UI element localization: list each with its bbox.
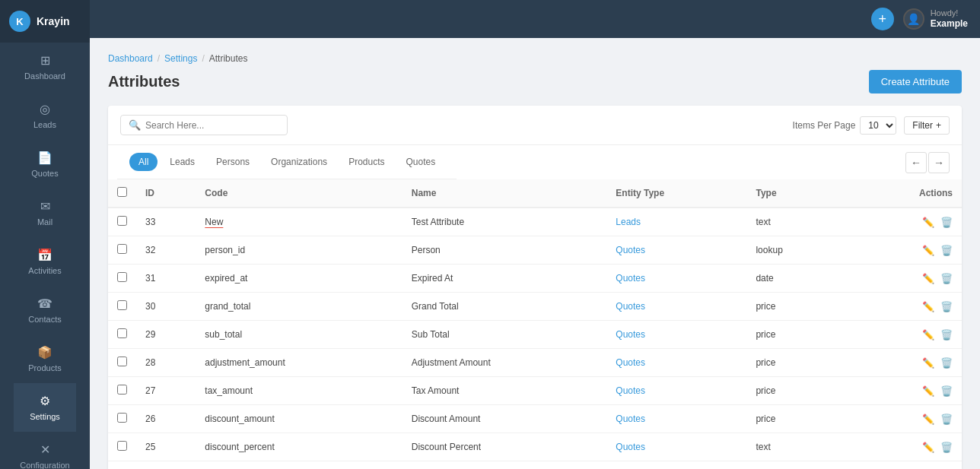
td-actions: ✏️ 🗑️: [853, 265, 962, 293]
th-type: Type: [746, 179, 853, 208]
table-row: 30 grand_total Grand Total Quotes price …: [108, 293, 962, 321]
sidebar-item-products[interactable]: 📦 Products: [14, 334, 75, 383]
search-box: 🔍: [120, 115, 288, 135]
th-id: ID: [136, 179, 196, 208]
td-type: price: [746, 405, 853, 433]
delete-icon[interactable]: 🗑️: [940, 273, 953, 284]
row-checkbox[interactable]: [117, 300, 127, 310]
edit-icon[interactable]: ✏️: [922, 217, 934, 228]
pagination-prev[interactable]: ←: [905, 152, 927, 173]
tab-leads[interactable]: Leads: [161, 153, 204, 171]
td-entity-type: Quotes: [606, 405, 746, 433]
row-checkbox[interactable]: [117, 328, 127, 338]
sidebar-item-mail[interactable]: ✉ Mail: [14, 189, 75, 237]
tab-quotes[interactable]: Quotes: [396, 153, 444, 171]
row-checkbox[interactable]: [117, 272, 127, 282]
sidebar-label-leads: Leads: [33, 120, 56, 129]
row-checkbox[interactable]: [117, 357, 127, 366]
breadcrumb-dashboard[interactable]: Dashboard: [108, 53, 153, 64]
tab-all[interactable]: All: [129, 153, 158, 171]
tabs-row: AllLeadsPersonsOrganizationsProductsQuot…: [108, 145, 962, 179]
breadcrumb-sep-1: /: [158, 53, 160, 64]
contacts-icon: ☎: [37, 296, 52, 311]
delete-icon[interactable]: 🗑️: [940, 442, 953, 453]
sidebar-item-contacts[interactable]: ☎ Contacts: [14, 286, 75, 334]
td-code: discount_amount: [196, 405, 402, 433]
sidebar-label-activities: Activities: [28, 266, 61, 275]
tab-organizations[interactable]: Organizations: [262, 153, 336, 171]
sidebar-item-activities[interactable]: 📅 Activities: [14, 237, 75, 286]
activities-icon: 📅: [37, 248, 52, 262]
edit-icon[interactable]: ✏️: [922, 273, 934, 284]
sidebar-item-configuration[interactable]: ✕ Configuration: [14, 432, 75, 469]
items-per-page-label: Items Per Page: [793, 120, 856, 131]
edit-icon[interactable]: ✏️: [922, 385, 934, 397]
td-id: 31: [136, 265, 196, 293]
sidebar-item-quotes[interactable]: 📄 Quotes: [14, 140, 75, 189]
td-id: 26: [136, 405, 196, 433]
delete-icon[interactable]: 🗑️: [940, 357, 953, 369]
code-value: adjustment_amount: [205, 357, 285, 368]
delete-icon[interactable]: 🗑️: [940, 301, 953, 312]
create-attribute-button[interactable]: Create Attribute: [869, 70, 962, 93]
td-actions: ✏️ 🗑️: [853, 461, 962, 470]
row-checkbox[interactable]: [117, 385, 127, 395]
delete-icon[interactable]: 🗑️: [940, 414, 953, 425]
sidebar-item-dashboard[interactable]: ⊞ Dashboard: [14, 43, 75, 91]
td-code: sub_total: [196, 321, 402, 349]
td-name: Tax Amount: [402, 377, 607, 405]
row-checkbox[interactable]: [117, 441, 127, 451]
td-checkbox: [108, 208, 136, 236]
table-row: 31 expired_at Expired At Quotes date ✏️ …: [108, 265, 962, 293]
delete-icon[interactable]: 🗑️: [940, 245, 953, 256]
td-id: 33: [136, 208, 196, 236]
items-per-page-select[interactable]: 10 25 50: [860, 116, 896, 135]
delete-icon[interactable]: 🗑️: [940, 217, 953, 228]
delete-icon[interactable]: 🗑️: [940, 329, 953, 341]
mail-icon: ✉: [40, 199, 50, 214]
td-checkbox: [108, 293, 136, 321]
tab-products[interactable]: Products: [339, 153, 393, 171]
td-actions: ✏️ 🗑️: [853, 321, 962, 349]
td-name: Discount Percent: [402, 433, 607, 461]
th-checkbox: [108, 179, 136, 208]
content-card: 🔍 Items Per Page 10 25 50 Filter: [108, 106, 962, 469]
td-name: Grand Total: [402, 293, 607, 321]
filter-button[interactable]: Filter +: [904, 116, 950, 135]
search-icon: 🔍: [129, 119, 141, 131]
sidebar-item-settings[interactable]: ⚙ Settings: [14, 383, 75, 432]
sidebar-item-leads[interactable]: ◎ Leads: [14, 91, 75, 140]
filter-tabs: AllLeadsPersonsOrganizationsProductsQuot…: [117, 145, 457, 179]
edit-icon[interactable]: ✏️: [922, 329, 934, 341]
row-checkbox[interactable]: [117, 244, 127, 254]
edit-icon[interactable]: ✏️: [922, 357, 934, 369]
delete-icon[interactable]: 🗑️: [940, 385, 953, 397]
card-toolbar: 🔍 Items Per Page 10 25 50 Filter: [108, 106, 962, 145]
items-per-page: Items Per Page 10 25 50: [793, 116, 897, 135]
table-header-row: ID Code Name Entity Type Type Actions: [108, 179, 962, 208]
edit-icon[interactable]: ✏️: [922, 442, 934, 453]
pagination-next[interactable]: →: [928, 152, 950, 173]
td-actions: ✏️ 🗑️: [853, 349, 962, 377]
add-button[interactable]: +: [871, 8, 894, 30]
page-header: Attributes Create Attribute: [108, 70, 962, 93]
table-body: 33 New Test Attribute Leads text ✏️ 🗑️ 3…: [108, 208, 962, 469]
edit-icon[interactable]: ✏️: [922, 414, 934, 425]
td-name: Sub Total: [402, 321, 607, 349]
td-checkbox: [108, 377, 136, 405]
code-value: New: [205, 217, 223, 227]
sidebar-label-products: Products: [28, 363, 61, 372]
row-checkbox[interactable]: [117, 413, 127, 423]
td-type: date: [746, 265, 853, 293]
breadcrumb-settings[interactable]: Settings: [164, 53, 197, 64]
edit-icon[interactable]: ✏️: [922, 301, 934, 312]
select-all-checkbox[interactable]: [117, 187, 127, 197]
td-type: price: [746, 321, 853, 349]
td-type: price: [746, 349, 853, 377]
edit-icon[interactable]: ✏️: [922, 245, 934, 256]
row-checkbox[interactable]: [117, 216, 127, 226]
search-input[interactable]: [145, 120, 279, 131]
tab-persons[interactable]: Persons: [207, 153, 259, 171]
td-entity-type: Quotes: [606, 377, 746, 405]
td-code: adjustment_amount: [196, 349, 402, 377]
